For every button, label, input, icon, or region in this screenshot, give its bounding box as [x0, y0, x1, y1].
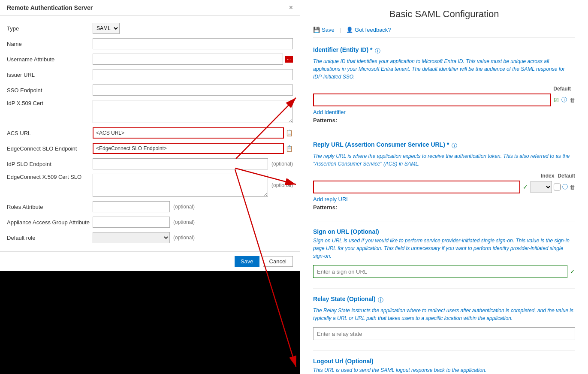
idp-slo-label: IdP SLO Endpoint	[7, 161, 93, 167]
default-role-select[interactable]	[93, 232, 170, 243]
reply-url-input[interactable]	[313, 181, 520, 193]
cancel-button[interactable]: Cancel	[263, 256, 293, 267]
name-label: Name	[7, 41, 93, 47]
logout-url-description: This URL is used to send the SAML logout…	[313, 366, 575, 374]
default-header: Default	[558, 173, 575, 179]
type-label: Type	[7, 25, 93, 32]
roles-attr-optional: (optional)	[173, 204, 195, 210]
relay-state-section-title: Relay State (Optional)	[313, 296, 375, 302]
relay-state-description: The Relay State instructs the applicatio…	[313, 307, 575, 322]
save-button[interactable]: Save	[235, 256, 259, 267]
identifier-patterns-label: Patterns:	[313, 117, 575, 124]
sign-on-section-title: Sign on URL (Optional)	[313, 228, 379, 235]
edgeconnect-slo-input[interactable]	[93, 143, 284, 154]
reply-url-row-info-icon[interactable]: ⓘ	[562, 183, 568, 191]
reply-url-section: Reply URL (Assertion Consumer Service UR…	[313, 141, 575, 211]
edgeconnect-x509-label: EdgeConnect X.509 Cert SLO	[7, 174, 93, 180]
relay-state-info-icon[interactable]: ⓘ	[378, 296, 383, 304]
relay-state-field-row	[313, 327, 575, 340]
app-access-input[interactable]	[93, 217, 170, 228]
sign-on-url-input[interactable]	[313, 265, 567, 278]
roles-attr-label: Roles Attribute	[7, 204, 93, 210]
sign-on-url-section: Sign on URL (Optional) Sign on URL is us…	[313, 228, 575, 278]
idp-slo-input[interactable]	[93, 158, 268, 169]
reply-url-description: The reply URL is where the application e…	[313, 152, 575, 168]
acs-copy-icon[interactable]: 📋	[286, 130, 293, 136]
logout-url-section-title: Logout Url (Optional)	[313, 358, 374, 365]
save-toolbar-button[interactable]: 💾 Save	[313, 27, 335, 33]
identifier-section: Identifier (Entity ID) * ⓘ The unique ID…	[313, 46, 575, 124]
reply-url-section-title: Reply URL (Assertion Consumer Service UR…	[313, 141, 449, 148]
add-reply-url-link[interactable]: Add reply URL	[313, 196, 350, 202]
identifier-description: The unique ID that identifies your appli…	[313, 57, 575, 81]
toolbar: 💾 Save | 👤 Got feedback?	[313, 27, 575, 38]
idp-cert-label: IdP X.509 Cert	[7, 100, 93, 106]
toolbar-separator: |	[340, 27, 341, 33]
acs-url-input[interactable]	[93, 127, 284, 139]
logout-url-section: Logout Url (Optional) This URL is used t…	[313, 358, 575, 374]
relay-state-input[interactable]	[313, 327, 575, 340]
page-title: Basic SAML Configuration	[313, 9, 575, 20]
sso-endpoint-label: SSO Endpoint	[7, 87, 93, 94]
username-attr-ellipsis-btn[interactable]: ···	[285, 56, 293, 63]
idp-slo-optional: (optional)	[271, 161, 293, 167]
identifier-field-row: ☑ ⓘ 🗑	[313, 94, 575, 106]
save-disk-icon: 💾	[313, 27, 320, 33]
identifier-row-info-icon[interactable]: ⓘ	[561, 96, 567, 104]
index-header: Index	[541, 173, 554, 179]
identifier-default-checkbox[interactable]: ☑	[554, 97, 559, 103]
relay-state-section: Relay State (Optional) ⓘ The Relay State…	[313, 296, 575, 340]
reply-url-info-icon[interactable]: ⓘ	[452, 142, 457, 150]
reply-url-delete-icon[interactable]: 🗑	[570, 184, 575, 190]
app-access-label: Appliance Access Group Attribute	[7, 219, 93, 226]
acs-url-label: ACS URL	[7, 130, 93, 136]
sso-endpoint-input[interactable]	[93, 84, 293, 96]
username-attr-label: Username Attribute	[7, 56, 93, 63]
edgeconnect-x509-optional: (optional)	[271, 182, 293, 188]
reply-url-index-select[interactable]	[531, 181, 552, 193]
reply-url-check-icon: ✓	[523, 184, 528, 190]
edgeconnect-x509-textarea[interactable]	[93, 174, 268, 197]
identifier-default-header: Default	[553, 86, 571, 92]
save-toolbar-label: Save	[322, 27, 335, 33]
black-background	[0, 271, 300, 374]
type-select[interactable]: SAML	[93, 23, 120, 34]
feedback-label: Got feedback?	[355, 27, 391, 33]
default-role-label: Default role	[7, 235, 93, 241]
panel-title: Remote Authentication Server	[7, 4, 93, 11]
edgeconnect-slo-label: EdgeConnect SLO Endpoint	[7, 145, 93, 152]
reply-url-field-row: ✓ ⓘ 🗑	[313, 181, 575, 193]
roles-attr-input[interactable]	[93, 201, 170, 212]
close-button[interactable]: ×	[289, 4, 293, 11]
issuer-url-label: Issuer URL	[7, 72, 93, 78]
add-identifier-link[interactable]: Add identifier	[313, 109, 346, 115]
app-access-optional: (optional)	[173, 219, 195, 225]
reply-url-default-checkbox[interactable]	[554, 184, 561, 190]
issuer-url-input[interactable]	[93, 69, 293, 80]
feedback-button[interactable]: 👤 Got feedback?	[346, 27, 391, 33]
username-attr-input[interactable]	[93, 54, 283, 65]
identifier-section-title: Identifier (Entity ID) *	[313, 46, 372, 53]
default-role-optional: (optional)	[173, 235, 195, 241]
identifier-delete-icon[interactable]: 🗑	[570, 97, 575, 103]
name-input[interactable]	[93, 38, 293, 49]
idp-cert-textarea[interactable]	[93, 100, 293, 123]
feedback-icon: 👤	[346, 27, 353, 33]
identifier-info-icon[interactable]: ⓘ	[375, 47, 380, 55]
identifier-input[interactable]	[313, 94, 551, 106]
right-panel: Basic SAML Configuration 💾 Save | 👤 Got …	[300, 0, 588, 374]
sign-on-check-icon: ✓	[570, 268, 575, 275]
sign-on-description: Sign on URL is used if you would like to…	[313, 237, 575, 260]
reply-url-patterns-label: Patterns:	[313, 204, 575, 211]
edgeconnect-slo-copy-icon[interactable]: 📋	[286, 145, 293, 152]
sign-on-field-row: ✓	[313, 265, 575, 278]
